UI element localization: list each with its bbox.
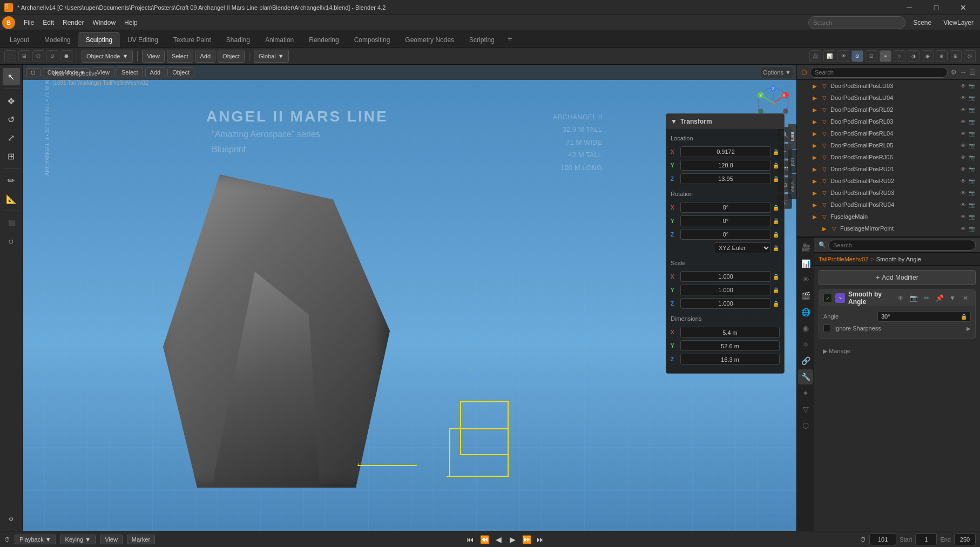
outliner-vis-render[interactable]: 📷 — [968, 237, 976, 238]
scale-y-input[interactable] — [680, 285, 771, 295]
overlay-icon[interactable]: ⊙ — [851, 50, 863, 62]
vp-strip-tool[interactable]: Tool — [788, 150, 796, 174]
breadcrumb-mesh[interactable]: TailProfileMeshv02 — [819, 256, 868, 262]
outliner-item[interactable]: ▶▽DoorPodSmallPosRL03👁📷 — [797, 116, 980, 127]
outliner-item[interactable]: ▶▽DoorPodSmallPosRL05👁📷 — [797, 139, 980, 151]
viewport-3d[interactable]: ANGEL II MARS LINE "Amazing Aerospace" s… — [23, 65, 796, 531]
modifier-edit-mode-icon[interactable]: ✏ — [921, 293, 932, 303]
props-tab-output[interactable]: 📊 — [798, 256, 813, 271]
maximize-button[interactable]: □ — [924, 0, 949, 15]
lock-sx-icon[interactable]: 🔒 — [772, 273, 780, 280]
ignore-sharpness-checkbox[interactable] — [823, 325, 831, 332]
tool-add-cube[interactable]: ⬛ — [3, 214, 20, 232]
location-x-input[interactable] — [680, 146, 771, 157]
lock-y-icon[interactable]: 🔒 — [772, 161, 780, 169]
tool-move[interactable]: ✥ — [3, 92, 20, 110]
step-forward-button[interactable]: ⏩ — [521, 534, 532, 545]
view-menu-button[interactable]: View — [142, 50, 165, 63]
location-z-input[interactable] — [680, 173, 771, 184]
outliner-item[interactable]: ▶▽DoorPodSmallPosRL02👁📷 — [797, 104, 980, 116]
outliner-vis-eye[interactable]: 👁 — [959, 237, 967, 238]
gizmo-icon[interactable]: ⊕ — [936, 50, 948, 62]
outliner-vis-render[interactable]: 📷 — [968, 165, 976, 173]
transform-global-selector[interactable]: Global ▼ — [254, 50, 289, 63]
minimize-button[interactable]: ─ — [897, 0, 922, 15]
outliner-vis-eye[interactable]: 👁 — [959, 189, 967, 197]
outliner-vis-eye[interactable]: 👁 — [959, 130, 967, 137]
outliner-item[interactable]: ▶▽DoorPodSmallPosLU03👁📷 — [797, 80, 980, 92]
transform-panel-header[interactable]: ▼ Transform — [666, 114, 784, 129]
outliner-item[interactable]: ▶▽FuselageMirrorPoint👁📷 — [797, 222, 980, 234]
toolbar-icon-4[interactable]: ⊙ — [46, 50, 58, 62]
props-tab-world[interactable]: 🌐 — [798, 305, 813, 320]
props-tab-data[interactable]: ▽ — [798, 402, 813, 417]
tab-animation[interactable]: Animation — [258, 33, 301, 47]
outliner-item[interactable]: ▶▽DoorPodSmallPosLU04👁📷 — [797, 92, 980, 104]
outliner-vis-eye[interactable]: 👁 — [959, 201, 967, 208]
rotation-mode-select[interactable]: XYZ Euler — [714, 242, 771, 253]
manage-button[interactable]: ▶ Manage — [819, 346, 855, 357]
ignore-sharpness-extra[interactable]: ▶ — [967, 326, 971, 332]
outliner-vis-render[interactable]: 📷 — [968, 189, 976, 197]
shading-wire-icon[interactable]: ○ — [894, 50, 905, 62]
tab-compositing[interactable]: Compositing — [347, 33, 398, 47]
outliner-options-icon[interactable]: ☰ — [970, 69, 976, 76]
outliner-vis-render[interactable]: 📷 — [968, 225, 976, 232]
outliner-vis-render[interactable]: 📷 — [968, 177, 976, 185]
angle-lock-icon[interactable]: 🔒 — [961, 314, 967, 320]
viewlayer-selector[interactable]: ViewLayer — [939, 17, 978, 28]
menu-help[interactable]: Help — [120, 17, 142, 28]
outliner-vis-eye[interactable]: 👁 — [959, 106, 967, 113]
lock-rz-icon[interactable]: 🔒 — [772, 231, 780, 238]
select-menu-button[interactable]: Select — [167, 50, 193, 63]
modifier-show-realtime-icon[interactable]: 👁 — [895, 293, 906, 303]
start-frame-input[interactable] — [915, 534, 937, 545]
outliner-search-input[interactable] — [810, 67, 948, 78]
location-y-input[interactable] — [680, 160, 771, 171]
modifier-x-button[interactable]: ✕ — [960, 293, 971, 303]
scale-x-input[interactable] — [680, 271, 771, 282]
lock-x-icon[interactable]: 🔒 — [772, 148, 780, 156]
rotation-z-input[interactable] — [680, 229, 771, 240]
step-back-button[interactable]: ⏪ — [478, 534, 490, 545]
outliner-vis-render[interactable]: 📷 — [968, 201, 976, 208]
props-tab-scene[interactable]: 🎬 — [798, 288, 813, 303]
scale-z-input[interactable] — [680, 298, 771, 309]
outliner-vis-eye[interactable]: 👁 — [959, 213, 967, 220]
outliner-item[interactable]: ▶▽DoorPodSmallPosRU03👁📷 — [797, 187, 980, 199]
outliner-filter-icon[interactable]: ⚙ — [951, 69, 957, 76]
modifier-search-input[interactable] — [828, 240, 976, 251]
angle-field[interactable]: 30° 🔒 — [877, 311, 971, 322]
rotation-x-input[interactable] — [680, 202, 771, 213]
tool-cursor[interactable]: ↖ — [3, 68, 20, 85]
snap-icon[interactable]: ⊞ — [950, 50, 962, 62]
outliner-item[interactable]: ▶▽FuselageMain👁📷 — [797, 211, 980, 222]
shading-material-icon[interactable]: ◑ — [908, 50, 920, 62]
outliner-item[interactable]: ▶▽DoorPodSmallPosRL04👁📷 — [797, 127, 980, 139]
tab-modeling[interactable]: Modeling — [37, 33, 78, 47]
tab-rendering[interactable]: Rendering — [301, 33, 346, 47]
proportional-icon[interactable]: ◎ — [964, 50, 976, 62]
menu-edit[interactable]: Edit — [38, 17, 58, 28]
lock-ry-icon[interactable]: 🔒 — [772, 217, 780, 225]
modifier-show-render-icon[interactable]: 📷 — [908, 293, 919, 303]
shading-solid-icon[interactable]: ● — [880, 50, 891, 62]
modifier-pin-icon[interactable]: 📌 — [934, 293, 945, 303]
outliner-item[interactable]: ▶▽ThrusterCoverFrontForwardL👁📷 — [797, 234, 980, 238]
vp-strip-item[interactable]: Item — [788, 124, 796, 149]
add-modifier-button[interactable]: + Add Modifier — [819, 270, 976, 285]
view-props-icon[interactable]: 👁 — [837, 50, 849, 62]
outliner-vis-eye[interactable]: 👁 — [959, 118, 967, 125]
outliner-vis-render[interactable]: 📷 — [968, 141, 976, 149]
lock-sy-icon[interactable]: 🔒 — [772, 286, 780, 294]
outliner-vis-render[interactable]: 📷 — [968, 130, 976, 137]
jump-to-end-button[interactable]: ⏭ — [535, 534, 546, 545]
props-tab-object[interactable]: ◉ — [798, 321, 813, 336]
menu-window[interactable]: Window — [88, 17, 120, 28]
timeline-editor-icon[interactable]: ⏱ — [4, 536, 10, 543]
current-frame-input[interactable] — [869, 534, 896, 545]
props-tab-physics[interactable]: ⚛ — [798, 337, 813, 352]
playback-button[interactable]: Playback ▼ — [15, 535, 56, 544]
options-button[interactable]: Options ▼ — [761, 66, 793, 78]
props-tab-particles[interactable]: ✦ — [798, 386, 813, 401]
